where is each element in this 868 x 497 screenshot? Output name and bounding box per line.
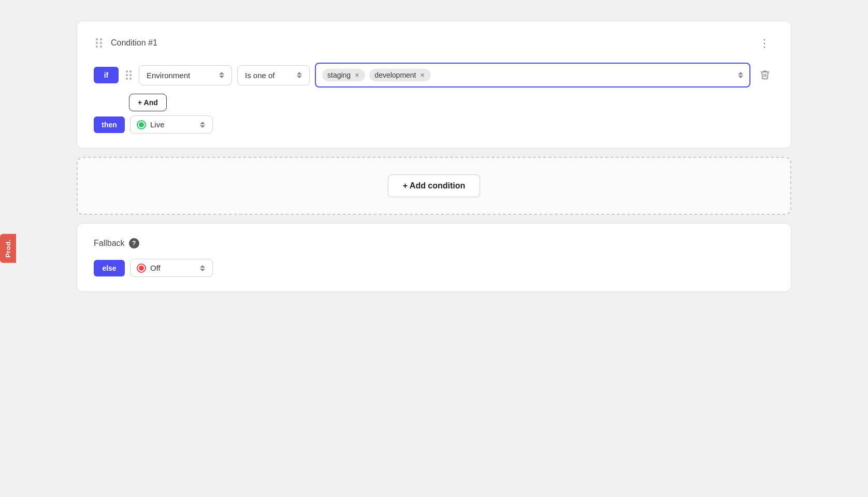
condition-more-button[interactable]: ⋮: [755, 36, 774, 50]
help-icon[interactable]: ?: [129, 238, 139, 248]
drag-dot: [129, 78, 132, 80]
environment-chevron-icon: [215, 72, 224, 78]
trash-icon: [760, 69, 770, 81]
off-label: Off: [150, 264, 161, 272]
add-condition-area: + Add condition: [77, 157, 791, 215]
then-row: then Live: [94, 115, 774, 134]
drag-dot: [100, 38, 102, 40]
and-button[interactable]: + And: [129, 94, 167, 111]
then-badge: then: [94, 116, 125, 133]
if-row: if Environment Is one of: [94, 63, 774, 87]
tag-development: development ×: [369, 69, 430, 81]
main-container: Condition #1 ⋮ if Environment: [77, 21, 791, 292]
drag-dot: [126, 78, 128, 80]
drag-dot: [129, 70, 132, 72]
prod-badge: Prod.: [0, 234, 16, 263]
off-status-dot: [138, 265, 145, 272]
add-condition-button[interactable]: + Add condition: [388, 174, 481, 197]
tag-development-label: development: [374, 71, 416, 79]
live-label: Live: [150, 120, 165, 129]
condition-header: Condition #1 ⋮: [94, 36, 774, 50]
environment-select[interactable]: Environment: [139, 65, 232, 85]
if-badge: if: [94, 67, 119, 83]
row-drag-handle[interactable]: [124, 68, 134, 82]
drag-dot: [96, 46, 98, 48]
live-chevron-icon: [196, 122, 205, 128]
tag-staging-label: staging: [327, 71, 351, 79]
fallback-header: Fallback ?: [94, 238, 774, 248]
value-selector-chevron-icon: [734, 72, 743, 78]
else-badge: else: [94, 260, 125, 276]
fallback-title: Fallback: [94, 239, 125, 248]
drag-dot: [126, 70, 128, 72]
value-selector[interactable]: staging × development ×: [315, 63, 750, 87]
fallback-card: Fallback ? else Off: [77, 223, 791, 292]
condition-card-1: Condition #1 ⋮ if Environment: [77, 21, 791, 149]
live-status-dot: [138, 121, 145, 128]
drag-dot: [100, 42, 102, 44]
operator-label: Is one of: [245, 71, 275, 80]
operator-chevron-icon: [293, 72, 302, 78]
tag-development-remove[interactable]: ×: [419, 71, 426, 79]
else-row: else Off: [94, 259, 774, 277]
drag-dot: [126, 74, 128, 76]
drag-dot: [129, 74, 132, 76]
condition-title-row: Condition #1: [94, 36, 157, 50]
condition-drag-handle[interactable]: [94, 36, 105, 50]
drag-dot: [100, 46, 102, 48]
environment-label: Environment: [147, 71, 190, 80]
delete-condition-button[interactable]: [756, 66, 774, 84]
tag-staging-remove[interactable]: ×: [354, 71, 360, 79]
drag-dot: [96, 38, 98, 40]
live-select[interactable]: Live: [130, 115, 213, 134]
operator-select[interactable]: Is one of: [237, 65, 310, 85]
prod-badge-wrapper: Prod.: [0, 234, 16, 263]
drag-dot: [96, 42, 98, 44]
off-chevron-icon: [196, 265, 205, 271]
off-select[interactable]: Off: [130, 259, 213, 277]
condition-title: Condition #1: [111, 38, 157, 48]
tag-staging: staging ×: [322, 69, 365, 81]
